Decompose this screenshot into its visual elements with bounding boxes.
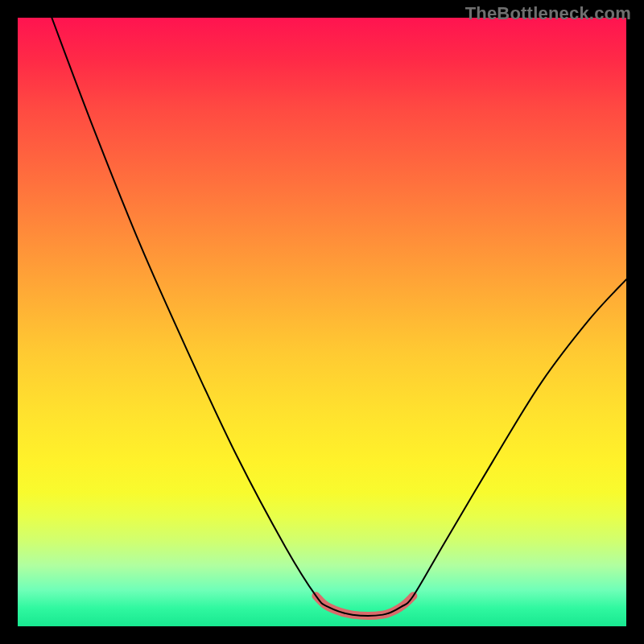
curve-layer [18, 18, 626, 626]
main-curve [52, 18, 626, 616]
chart-frame: TheBottleneck.com [0, 0, 644, 644]
plot-area [18, 18, 626, 626]
highlight-trough [316, 596, 413, 616]
watermark-text: TheBottleneck.com [465, 3, 631, 24]
